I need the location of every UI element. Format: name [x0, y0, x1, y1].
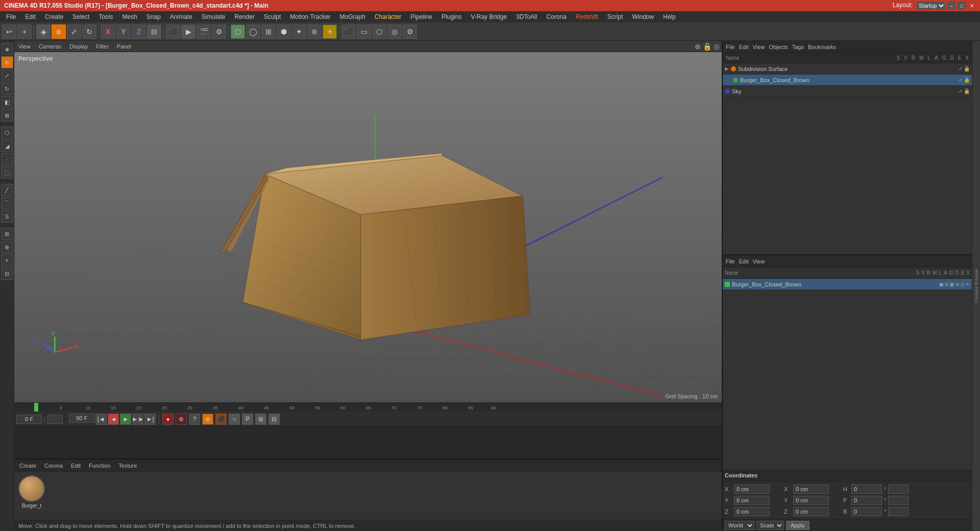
left-poly-btn[interactable]: ⬡: [1, 127, 13, 139]
menu-corona[interactable]: Corona: [542, 12, 570, 21]
auto-key-button[interactable]: ⊚: [176, 414, 187, 425]
vp-icon-solo[interactable]: ◎: [714, 42, 720, 51]
menu-pipeline[interactable]: Pipeline: [406, 12, 436, 21]
menu-plugins[interactable]: Plugins: [437, 12, 465, 21]
menu-script[interactable]: Script: [603, 12, 627, 21]
redo-button[interactable]: +: [17, 25, 32, 39]
world-dropdown[interactable]: World Object: [725, 521, 754, 530]
left-brush-btn[interactable]: ⌒: [1, 197, 13, 209]
menu-window[interactable]: Window: [628, 12, 658, 21]
floor-button[interactable]: ▭: [357, 25, 371, 39]
left-magnet-btn[interactable]: ⊕: [1, 241, 13, 253]
play-back-button[interactable]: ◄: [108, 414, 119, 425]
left-tool6-btn[interactable]: ⊞: [1, 109, 13, 122]
menu-tools[interactable]: Tools: [94, 12, 117, 21]
add-deformer-button[interactable]: ⬢: [277, 25, 291, 39]
mm-tag-1[interactable]: ▣: [939, 282, 944, 287]
obj-visible-check[interactable]: ✓: [959, 66, 963, 71]
mm-tag-5[interactable]: ◎: [961, 282, 965, 287]
coord-b-extra[interactable]: [888, 507, 909, 516]
coord-b-input[interactable]: [851, 507, 882, 516]
vp-menu-cameras[interactable]: Cameras: [37, 42, 64, 51]
add-nurbs-button[interactable]: ⊞: [261, 25, 276, 39]
coord-h-input[interactable]: [851, 485, 882, 494]
browser-tab-right[interactable]: Content Browser: [972, 41, 980, 531]
play-forward-button[interactable]: ►►: [132, 414, 143, 425]
left-lattice-btn[interactable]: ⊞: [1, 228, 13, 240]
menu-motion-tracker[interactable]: Motion Tracker: [286, 12, 334, 21]
mm-view[interactable]: View: [753, 258, 765, 264]
axis-all-button[interactable]: ⊟: [147, 25, 161, 39]
mm-tag-4[interactable]: ⊕: [955, 282, 960, 287]
obj-burgerbox-visible[interactable]: ✓: [959, 77, 963, 83]
coord-x-pos[interactable]: [734, 485, 770, 494]
del-key-button[interactable]: ⬛: [215, 414, 227, 425]
play-button[interactable]: ►: [120, 414, 131, 425]
scale-button[interactable]: ⤢: [67, 25, 81, 39]
material-button[interactable]: ⬛: [341, 25, 356, 39]
menu-animate[interactable]: Animate: [166, 12, 197, 21]
om-objects[interactable]: Objects: [769, 44, 788, 50]
key-circle-button[interactable]: ○: [229, 414, 240, 425]
om-view[interactable]: View: [753, 44, 765, 50]
add-camera-button[interactable]: ⊚: [307, 25, 322, 39]
coord-h-extra[interactable]: [888, 485, 909, 494]
add-key-button[interactable]: ⊕: [202, 414, 213, 425]
add-spline-button[interactable]: ◯: [246, 25, 260, 39]
left-tool18-btn[interactable]: ⊟: [1, 268, 13, 280]
left-paint-btn[interactable]: S: [1, 210, 13, 223]
mf-create[interactable]: Create: [16, 462, 39, 470]
menu-mesh[interactable]: Mesh: [118, 12, 141, 21]
vp-menu-display[interactable]: Display: [67, 42, 90, 51]
menu-sculpt[interactable]: Sculpt: [260, 12, 285, 21]
rotate-button[interactable]: ↻: [82, 25, 96, 39]
key-record-button[interactable]: P: [242, 414, 253, 425]
undo-button[interactable]: ↩: [2, 25, 16, 39]
left-scale-btn[interactable]: ⤢: [1, 69, 13, 82]
obj-expand-subdivision[interactable]: ▶: [725, 66, 729, 71]
obj-lock-icon[interactable]: 🔒: [964, 66, 970, 71]
vp-icon-lock[interactable]: 🔒: [703, 42, 712, 51]
left-line-btn[interactable]: ╱: [1, 184, 13, 196]
move-button[interactable]: ⊕: [52, 25, 66, 39]
left-point-btn[interactable]: ·: [1, 153, 13, 165]
obj-row-subdivision[interactable]: ▶ Subdivision Surface ✓ 🔒: [723, 63, 972, 75]
timeline-ruler[interactable]: 0 5 10 15 20 25 30 35 40 45 50 55: [14, 403, 722, 412]
obj-row-sky[interactable]: Sky ✓ 🔒: [723, 86, 972, 97]
coord-x-size[interactable]: [793, 485, 829, 494]
axis-y-button[interactable]: Y: [116, 25, 131, 39]
menu-snap[interactable]: Snap: [142, 12, 165, 21]
axis-z-button[interactable]: Z: [132, 25, 146, 39]
coord-p-input[interactable]: [851, 496, 882, 505]
coord-y-pos[interactable]: [734, 496, 770, 505]
coord-z-pos[interactable]: [734, 507, 770, 516]
render-button[interactable]: ▶: [181, 25, 195, 39]
select-button[interactable]: ◈: [36, 25, 51, 39]
left-rotate-btn[interactable]: ↻: [1, 83, 13, 95]
key-all-button[interactable]: ⊞: [255, 414, 266, 425]
om-bookmarks[interactable]: Bookmarks: [808, 44, 836, 50]
menu-help[interactable]: Help: [659, 12, 680, 21]
coord-z-size[interactable]: [793, 507, 829, 516]
timeline-track[interactable]: [14, 426, 722, 458]
obj-sky-visible[interactable]: ✓: [959, 88, 963, 94]
add-light-button[interactable]: ☀: [323, 25, 337, 39]
mm-file[interactable]: File: [726, 258, 735, 264]
mf-function[interactable]: Function: [86, 462, 113, 470]
mf-texture[interactable]: Texture: [115, 462, 140, 470]
maximize-button[interactable]: □: [958, 2, 966, 10]
render-settings[interactable]: ⚙: [212, 25, 226, 39]
mm-tag-6[interactable]: ✕: [966, 282, 970, 287]
sky-button[interactable]: ⬡: [372, 25, 386, 39]
left-tool5-btn[interactable]: ◧: [1, 96, 13, 108]
apply-button[interactable]: Apply: [786, 521, 810, 530]
current-frame-input[interactable]: [16, 415, 42, 424]
menu-3dtoall[interactable]: 3DToAll: [512, 12, 541, 21]
layout-select[interactable]: Startup: [917, 2, 945, 10]
left-model-btn[interactable]: ⬛: [1, 166, 13, 179]
coord-p-extra[interactable]: [888, 496, 909, 505]
material-item-burger[interactable]: Burger_t: [16, 475, 47, 516]
viewport-3d[interactable]: X Y Z Perspective Grid Spacing : 10 cm: [14, 52, 722, 402]
menu-simulate[interactable]: Simulate: [198, 12, 230, 21]
render-preview-button[interactable]: ⬛: [166, 25, 180, 39]
